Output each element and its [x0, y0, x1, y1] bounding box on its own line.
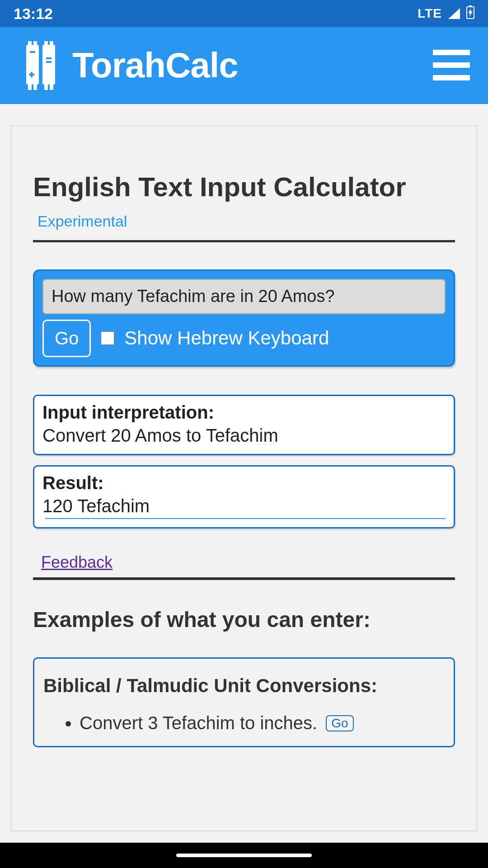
svg-rect-16: [29, 74, 34, 75]
brand[interactable]: TorahCalc: [23, 39, 238, 91]
example-text: Convert 3 Tefachim to inches.: [80, 713, 317, 733]
svg-rect-13: [50, 84, 53, 90]
svg-rect-11: [33, 84, 37, 90]
result-underline: [45, 518, 446, 519]
menu-icon[interactable]: [433, 50, 470, 80]
feedback-divider: [33, 577, 455, 580]
example-item: Convert 3 Tefachim to inches. Go: [80, 713, 445, 733]
examples-group-title: Biblical / Talmudic Unit Conversions:: [43, 675, 445, 697]
result-label: Result:: [42, 473, 446, 493]
result-box: Result: 120 Tefachim: [33, 465, 455, 528]
svg-rect-17: [46, 57, 52, 59]
examples-box: Biblical / Talmudic Unit Conversions: Co…: [33, 657, 455, 747]
svg-rect-14: [30, 51, 35, 53]
svg-rect-2: [469, 5, 472, 7]
example-go-button[interactable]: Go: [326, 715, 353, 731]
result-value: 120 Tefachim: [42, 496, 446, 516]
status-time: 13:12: [14, 5, 53, 23]
page: English Text Input Calculator Experiment…: [0, 104, 488, 853]
svg-rect-7: [33, 41, 37, 47]
network-label: LTE: [418, 6, 442, 21]
svg-marker-3: [468, 9, 473, 17]
nav-handle-icon[interactable]: [176, 854, 312, 857]
interpretation-box: Input interpretation: Convert 20 Amos to…: [33, 395, 455, 455]
svg-rect-6: [28, 41, 32, 47]
signal-icon: [448, 5, 460, 23]
battery-charging-icon: [466, 5, 474, 23]
app-header: TorahCalc: [0, 27, 488, 104]
app-logo-icon: [23, 39, 59, 91]
title-divider: [33, 240, 455, 242]
svg-rect-8: [44, 41, 48, 47]
experimental-badge: Experimental: [38, 212, 127, 230]
examples-heading: Examples of what you can enter:: [33, 607, 455, 632]
svg-rect-10: [28, 84, 32, 90]
svg-rect-12: [44, 84, 48, 90]
svg-rect-9: [50, 41, 53, 47]
android-status-bar: 13:12 LTE: [0, 0, 488, 27]
svg-rect-4: [26, 45, 39, 85]
main-card: English Text Input Calculator Experiment…: [11, 126, 477, 831]
show-hebrew-keyboard-label: Show Hebrew Keyboard: [124, 327, 329, 349]
svg-rect-5: [42, 45, 55, 85]
interpretation-label: Input interpretation:: [42, 402, 446, 423]
svg-marker-0: [448, 8, 460, 19]
page-title: English Text Input Calculator Experiment…: [33, 171, 455, 236]
feedback-link[interactable]: Feedback: [41, 553, 113, 572]
svg-rect-18: [46, 61, 52, 63]
status-right: LTE: [418, 5, 474, 23]
page-title-text: English Text Input Calculator: [33, 172, 406, 202]
query-input[interactable]: [42, 279, 446, 314]
brand-title: TorahCalc: [72, 45, 238, 86]
interpretation-value: Convert 20 Amos to Tefachim: [42, 425, 446, 446]
go-button[interactable]: Go: [42, 320, 91, 357]
android-nav-bar: [0, 843, 488, 868]
show-hebrew-keyboard-checkbox[interactable]: [101, 331, 114, 345]
query-panel: Go Show Hebrew Keyboard: [33, 269, 455, 367]
